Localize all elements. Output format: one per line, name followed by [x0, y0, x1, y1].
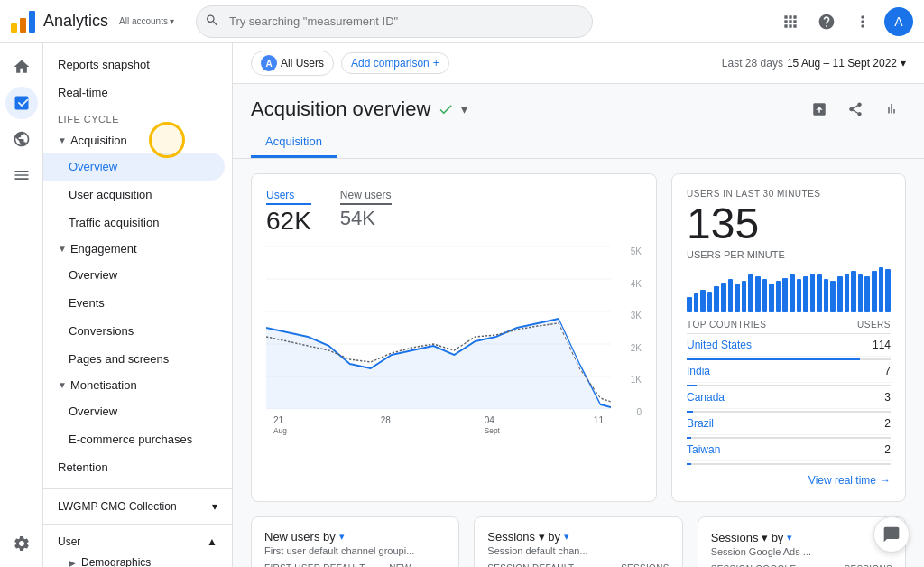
rt-country-name[interactable]: India — [687, 365, 710, 377]
user-section: User ▲ ▶ Demographics ▶ Tech — [43, 524, 232, 567]
search-bar — [196, 5, 593, 38]
rt-bar-fill — [687, 358, 860, 360]
sidebar-item-acquisition-overview[interactable]: Overview — [43, 153, 225, 181]
title-dropdown-icon[interactable]: ▾ — [461, 102, 467, 116]
sidebar-item-pages-screens[interactable]: Pages and screens — [43, 345, 232, 373]
verified-icon — [438, 101, 454, 117]
main-layout: Reports snapshot Real-time Life cycle ▼ … — [0, 43, 924, 567]
all-users-button[interactable]: A All Users — [251, 51, 334, 76]
realtime-bar — [797, 279, 802, 313]
user-avatar[interactable]: A — [884, 7, 913, 36]
bottom-panels: New users by ▾ First user default channe… — [233, 516, 924, 567]
page-title-bar: Acquisition overview ▾ — [233, 84, 924, 124]
sidebar-item-reports-snapshot[interactable]: Reports snapshot — [43, 51, 232, 79]
app-title: Analytics — [43, 12, 108, 31]
rt-row: Taiwan 2 — [687, 439, 891, 461]
rt-bar-line — [687, 463, 891, 465]
sidebar-item-user-acquisition[interactable]: User acquisition — [43, 181, 232, 209]
add-comparison-button[interactable]: Add comparison + — [341, 52, 449, 74]
rt-bar-line — [687, 385, 891, 386]
rail-home-icon[interactable] — [5, 51, 38, 83]
users-metric[interactable]: Users 62K — [266, 189, 311, 236]
sidebar-item-monetisation-overview[interactable]: Overview — [43, 397, 232, 425]
line-chart — [266, 246, 611, 409]
realtime-bar — [824, 279, 829, 313]
sidebar-item-realtime[interactable]: Real-time — [43, 79, 232, 107]
realtime-bar — [769, 284, 774, 312]
rt-country-count: 2 — [884, 417, 891, 430]
realtime-bar — [790, 274, 795, 312]
export-icon[interactable] — [841, 95, 870, 124]
rt-bar-line — [687, 358, 891, 360]
apps-icon[interactable] — [776, 7, 805, 36]
search-input[interactable] — [196, 5, 593, 38]
rt-bar-fill — [687, 463, 691, 465]
rt-bar-fill — [687, 385, 697, 386]
bp-title: Sessions ▾ by ▾ — [487, 530, 669, 544]
lwgmp-header[interactable]: LWGMP CMO Collection ▾ — [58, 497, 217, 516]
realtime-bar — [872, 271, 877, 312]
sidebar-item-demographics[interactable]: ▶ Demographics — [69, 552, 217, 567]
realtime-bar — [735, 284, 740, 312]
sidebar-engagement-header[interactable]: ▼ Engagement — [43, 237, 232, 261]
date-range-selector[interactable]: Last 28 days 15 Aug – 11 Sept 2022 ▾ — [722, 57, 906, 70]
topbar: Analytics All accounts ▾ A — [0, 0, 924, 43]
rail-reports-icon[interactable] — [5, 87, 38, 119]
realtime-bar — [714, 286, 719, 312]
realtime-bar — [687, 297, 692, 312]
more-options-icon[interactable] — [848, 7, 877, 36]
bp-subtitle: Session default chan... — [487, 545, 669, 556]
main-grid: Users 62K New users 54K — [233, 159, 924, 516]
tabs: Acquisition — [233, 127, 924, 159]
account-selector[interactable]: All accounts ▾ — [119, 16, 174, 26]
rail-settings-icon[interactable] — [5, 527, 38, 560]
rt-country-name[interactable]: Taiwan — [687, 443, 720, 456]
page-title: Acquisition overview ▾ — [251, 98, 467, 121]
sidebar-item-retention[interactable]: Retention — [43, 453, 232, 481]
rail-advertising-icon[interactable] — [5, 159, 38, 191]
insights-icon[interactable] — [877, 95, 906, 124]
realtime-bar — [728, 279, 734, 313]
sidebar-item-conversions[interactable]: Conversions — [43, 317, 232, 345]
user-subsection: ▶ Demographics ▶ Tech — [58, 552, 217, 567]
rt-row: Canada 3 — [687, 386, 891, 409]
realtime-bar — [845, 274, 850, 312]
rt-bar-line — [687, 437, 891, 439]
logo-area: Analytics All accounts ▾ — [11, 11, 174, 33]
rail-explore-icon[interactable] — [5, 123, 38, 155]
sidebar-monetisation-header[interactable]: ▼ Monetisation — [43, 373, 232, 397]
chart-yaxis: 5K 4K 3K 2K 1K 0 — [614, 246, 642, 435]
rt-country-name[interactable]: Brazil — [687, 417, 714, 430]
realtime-bar — [810, 274, 816, 312]
help-icon[interactable] — [812, 7, 841, 36]
sidebar-acquisition-header[interactable]: ▼ Acquisition — [43, 128, 232, 153]
rt-country-row: Taiwan 2 — [687, 439, 891, 465]
user-section-header[interactable]: User ▲ — [58, 532, 217, 552]
rt-country-name[interactable]: Canada — [687, 391, 725, 404]
chart-panel: Users 62K New users 54K — [251, 173, 657, 502]
chat-bubble-button[interactable] — [873, 516, 910, 553]
tab-acquisition[interactable]: Acquisition — [251, 127, 337, 158]
sidebar: Reports snapshot Real-time Life cycle ▼ … — [43, 43, 233, 567]
rt-country-count: 3 — [884, 391, 891, 404]
bp-subtitle: Session Google Ads ... — [711, 546, 892, 557]
lifecycle-label: Life cycle — [43, 107, 232, 128]
realtime-bar — [851, 271, 856, 312]
bp-dropdown-icon[interactable]: ▾ — [564, 531, 569, 543]
new-users-metric[interactable]: New users 54K — [340, 189, 392, 236]
sidebar-item-engagement-overview[interactable]: Overview — [43, 261, 232, 289]
svg-rect-2 — [29, 11, 35, 33]
sidebar-item-traffic-acquisition[interactable]: Traffic acquisition — [43, 209, 232, 237]
view-realtime-link[interactable]: View real time → — [687, 474, 891, 487]
sidebar-item-ecommerce[interactable]: E-commerce purchases — [43, 425, 232, 453]
rt-country-name[interactable]: United States — [687, 339, 752, 351]
realtime-bar — [748, 274, 753, 312]
bp-dropdown-icon[interactable]: ▾ — [787, 532, 792, 544]
rt-country-row: United States 114 — [687, 334, 891, 360]
realtime-bar — [721, 283, 726, 312]
sidebar-item-events[interactable]: Events — [43, 289, 232, 317]
share-icon[interactable] — [805, 95, 834, 124]
bp-dropdown-icon[interactable]: ▾ — [339, 531, 345, 543]
analytics-logo-icon — [11, 11, 36, 33]
realtime-bar — [782, 278, 788, 312]
